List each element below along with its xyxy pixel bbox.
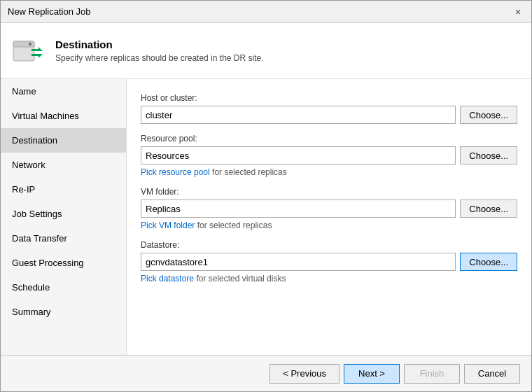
resource-label: Resource pool:	[141, 134, 517, 144]
sidebar-item-network[interactable]: Network	[1, 153, 126, 177]
datastore-link[interactable]: Pick datastore	[141, 274, 194, 284]
new-replication-job-dialog: New Replication Job × Destination Specif…	[0, 0, 532, 392]
datastore-choose-button[interactable]: Choose...	[460, 253, 517, 271]
sidebar-item-guest-processing[interactable]: Guest Processing	[1, 251, 126, 275]
finish-button[interactable]: Finish	[404, 364, 460, 384]
titlebar: New Replication Job ×	[1, 1, 531, 23]
sidebar-item-job-settings[interactable]: Job Settings	[1, 202, 126, 226]
vmfolder-form-group: VM folder: Choose... Pick VM folder for …	[141, 187, 517, 230]
vmfolder-input[interactable]	[141, 200, 456, 218]
resource-input-row: Choose...	[141, 146, 517, 164]
resource-input[interactable]	[141, 146, 456, 164]
sidebar-item-summary[interactable]: Summary	[1, 300, 126, 324]
host-choose-button[interactable]: Choose...	[460, 106, 517, 124]
footer: < Previous Next > Finish Cancel	[1, 355, 531, 391]
vm-folder-link[interactable]: Pick VM folder	[141, 220, 195, 230]
datastore-link-suffix: for selected virtual disks	[194, 274, 286, 284]
sidebar-item-name[interactable]: Name	[1, 79, 126, 104]
sidebar-item-re-ip[interactable]: Re-IP	[1, 177, 126, 202]
resource-form-group: Resource pool: Choose... Pick resource p…	[141, 134, 517, 177]
header-subtitle: Specify where replicas should be created…	[55, 53, 264, 63]
sidebar-item-virtual-machines[interactable]: Virtual Machines	[1, 104, 126, 128]
main-content: Host or cluster: Choose... Resource pool…	[127, 79, 531, 355]
vmfolder-input-row: Choose...	[141, 200, 517, 218]
resource-link-row: Pick resource pool for selected replicas	[141, 167, 517, 177]
sidebar-item-schedule[interactable]: Schedule	[1, 275, 126, 300]
resource-link-suffix: for selected replicas	[210, 167, 287, 177]
datastore-link-row: Pick datastore for selected virtual disk…	[141, 274, 517, 284]
dialog-title: New Replication Job	[8, 6, 91, 17]
host-input-row: Choose...	[141, 106, 517, 124]
sidebar: Name Virtual Machines Destination Networ…	[1, 79, 127, 355]
close-button[interactable]: ×	[512, 6, 524, 18]
header-text: Destination Specify where replicas shoul…	[55, 38, 264, 63]
previous-button[interactable]: < Previous	[270, 364, 340, 384]
cancel-button[interactable]: Cancel	[464, 364, 520, 384]
destination-icon	[12, 34, 46, 68]
svg-point-2	[29, 43, 31, 46]
vmfolder-link-suffix: for selected replicas	[195, 220, 272, 230]
vmfolder-link-row: Pick VM folder for selected replicas	[141, 220, 517, 230]
datastore-label: Datastore:	[141, 240, 517, 250]
resource-pool-link[interactable]: Pick resource pool	[141, 167, 210, 177]
host-label: Host or cluster:	[141, 93, 517, 103]
vmfolder-choose-button[interactable]: Choose...	[460, 200, 517, 218]
next-button[interactable]: Next >	[344, 364, 400, 384]
vmfolder-label: VM folder:	[141, 187, 517, 197]
datastore-input[interactable]	[141, 253, 456, 271]
sidebar-item-data-transfer[interactable]: Data Transfer	[1, 226, 126, 251]
datastore-form-group: Datastore: Choose... Pick datastore for …	[141, 240, 517, 284]
host-input[interactable]	[141, 106, 456, 124]
header-section: Destination Specify where replicas shoul…	[1, 23, 531, 79]
host-form-group: Host or cluster: Choose...	[141, 93, 517, 124]
content-area: Name Virtual Machines Destination Networ…	[1, 79, 531, 355]
sidebar-item-destination[interactable]: Destination	[1, 128, 126, 153]
header-title: Destination	[55, 38, 264, 50]
resource-choose-button[interactable]: Choose...	[460, 146, 517, 164]
datastore-input-row: Choose...	[141, 253, 517, 271]
